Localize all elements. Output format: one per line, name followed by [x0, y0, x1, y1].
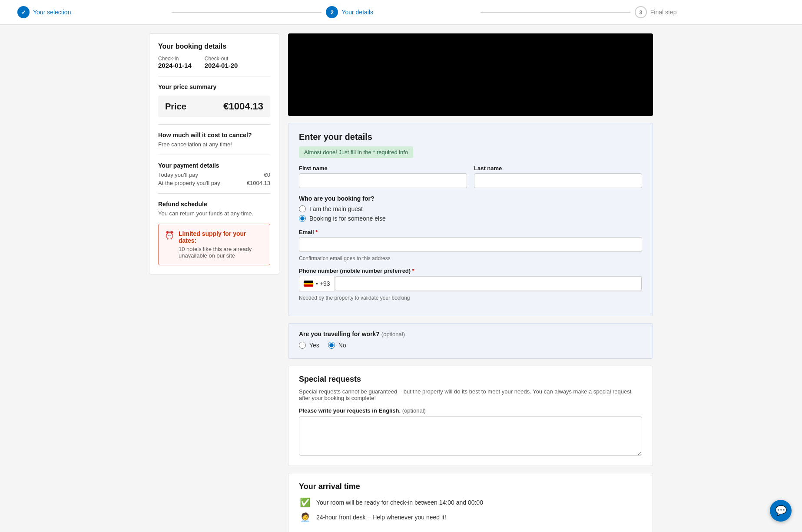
phone-note: Needed by the property to validate your …	[299, 295, 642, 301]
checkout-label: Check-out	[205, 56, 238, 62]
divider-4	[158, 193, 270, 194]
form-title: Enter your details	[299, 132, 642, 142]
hotel-image	[288, 33, 653, 116]
arrival-check-icon: ✅	[299, 497, 311, 508]
booking-for-group: Who are you booking for? I am the main g…	[299, 195, 642, 222]
checkin-label: Check-in	[158, 56, 192, 62]
arrival-title: Your arrival time	[299, 482, 642, 491]
price-summary-title: Your price summary	[158, 83, 270, 90]
flag-icon	[304, 281, 313, 287]
step-label-2: Your details	[341, 9, 373, 16]
step-connector-2	[481, 12, 630, 13]
payment-title: Your payment details	[158, 162, 270, 169]
today-pay-value: €0	[264, 172, 270, 178]
phone-number-input[interactable]	[335, 276, 642, 291]
phone-country-code: • +93	[316, 280, 330, 287]
checkin-date: 2024-01-14	[158, 62, 192, 69]
alert-text: 10 hotels like this are already unavaila…	[179, 246, 264, 259]
work-no-radio[interactable]	[328, 342, 335, 349]
main-layout: Your booking details Check-in 2024-01-14…	[140, 25, 662, 532]
email-label: Email *	[299, 229, 642, 235]
first-name-input[interactable]	[299, 173, 467, 188]
phone-input-row: • +93	[299, 276, 642, 291]
radio-main-guest-option[interactable]: I am the main guest	[299, 205, 642, 212]
progress-step-details: 2 Your details	[326, 6, 476, 18]
alert-icon: ⏰	[165, 231, 174, 240]
divider-2	[158, 124, 270, 125]
left-sidebar: Your booking details Check-in 2024-01-14…	[149, 33, 279, 274]
radio-someone-else-label: Booking is for someone else	[309, 215, 386, 222]
special-requests-label: Please write your requests in English. (…	[299, 407, 642, 414]
last-name-input[interactable]	[474, 173, 642, 188]
special-requests-textarea[interactable]	[299, 416, 642, 456]
work-no-label: No	[338, 342, 346, 349]
property-pay-label: At the property you'll pay	[158, 180, 220, 186]
email-note: Confirmation email goes to this address	[299, 255, 642, 261]
work-no-option[interactable]: No	[328, 342, 346, 349]
divider-1	[158, 76, 270, 76]
phone-label: Phone number (mobile number preferred) *	[299, 268, 642, 274]
special-requests-optional: (optional)	[402, 407, 426, 414]
chat-button[interactable]: 💬	[770, 500, 792, 522]
work-travel-title: Are you travelling for work? (optional)	[299, 330, 642, 337]
refund-text: You can return your funds at any time.	[158, 210, 270, 217]
last-name-label: Last name	[474, 165, 642, 172]
arrival-24h-text: 24-hour front desk – Help whenever you n…	[316, 514, 446, 521]
divider-3	[158, 155, 270, 155]
today-pay-label: Today you'll pay	[158, 172, 198, 178]
property-pay-row: At the property you'll pay €1004.13	[158, 180, 270, 186]
first-name-label: First name	[299, 165, 467, 172]
phone-group: Phone number (mobile number preferred) *…	[299, 268, 642, 301]
first-name-group: First name	[299, 165, 467, 188]
progress-bar: ✓ Your selection 2 Your details 3 Final …	[0, 0, 802, 25]
progress-step-final: 3 Final step	[635, 6, 785, 18]
name-row: First name Last name	[299, 165, 642, 188]
checkout-date: 2024-01-20	[205, 62, 238, 69]
chat-icon: 💬	[775, 505, 787, 516]
cancellation-title: How much will it cost to cancel?	[158, 132, 270, 139]
price-value: €1004.13	[223, 101, 263, 112]
info-banner-text: Almost done! Just fill in the * required…	[304, 149, 408, 155]
refund-section: Refund schedule You can return your fund…	[158, 201, 270, 217]
phone-country-select[interactable]: • +93	[299, 276, 335, 291]
radio-someone-else[interactable]	[299, 215, 306, 222]
work-travel-options: Yes No	[299, 342, 642, 351]
step-circle-3: 3	[635, 6, 647, 18]
step-circle-1: ✓	[17, 6, 30, 18]
radio-someone-else-option[interactable]: Booking is for someone else	[299, 215, 642, 222]
booking-for-title: Who are you booking for?	[299, 195, 642, 202]
work-travel-card: Are you travelling for work? (optional) …	[288, 323, 653, 359]
arrival-card: Your arrival time ✅ Your room will be re…	[288, 473, 653, 532]
alert-box: ⏰ Limited supply for your dates: 10 hote…	[158, 224, 270, 265]
date-row: Check-in 2024-01-14 Check-out 2024-01-20	[158, 56, 270, 69]
step-label-1: Your selection	[33, 9, 71, 16]
price-box: Price €1004.13	[158, 96, 270, 117]
work-yes-option[interactable]: Yes	[299, 342, 319, 349]
radio-main-guest-label: I am the main guest	[309, 205, 363, 212]
info-banner: Almost done! Just fill in the * required…	[299, 146, 413, 158]
arrival-ready-text: Your room will be ready for check-in bet…	[316, 499, 483, 506]
property-pay-value: €1004.13	[247, 180, 270, 186]
arrival-item-ready: ✅ Your room will be ready for check-in b…	[299, 497, 642, 508]
step-circle-2: 2	[326, 6, 338, 18]
last-name-group: Last name	[474, 165, 642, 188]
step-connector-1	[172, 12, 321, 13]
email-input[interactable]	[299, 237, 642, 252]
checkout-col: Check-out 2024-01-20	[205, 56, 238, 69]
special-requests-desc: Special requests cannot be guaranteed – …	[299, 388, 642, 401]
arrival-item-24h: 🧑‍💼 24-hour front desk – Help whenever y…	[299, 512, 642, 522]
refund-title: Refund schedule	[158, 201, 270, 208]
alert-content: Limited supply for your dates: 10 hotels…	[179, 230, 264, 259]
booking-details-card: Your booking details Check-in 2024-01-14…	[149, 33, 279, 274]
special-requests-card: Special requests Special requests cannot…	[288, 366, 653, 466]
work-optional-label: (optional)	[381, 331, 405, 337]
step-label-3: Final step	[650, 9, 677, 16]
work-yes-radio[interactable]	[299, 342, 306, 349]
radio-main-guest[interactable]	[299, 205, 306, 212]
alert-title: Limited supply for your dates:	[179, 230, 264, 244]
cancellation-text: Free cancellation at any time!	[158, 141, 270, 148]
checkin-col: Check-in 2024-01-14	[158, 56, 192, 69]
work-yes-label: Yes	[309, 342, 319, 349]
email-group: Email * Confirmation email goes to this …	[299, 229, 642, 261]
progress-step-selection: ✓ Your selection	[17, 6, 167, 18]
